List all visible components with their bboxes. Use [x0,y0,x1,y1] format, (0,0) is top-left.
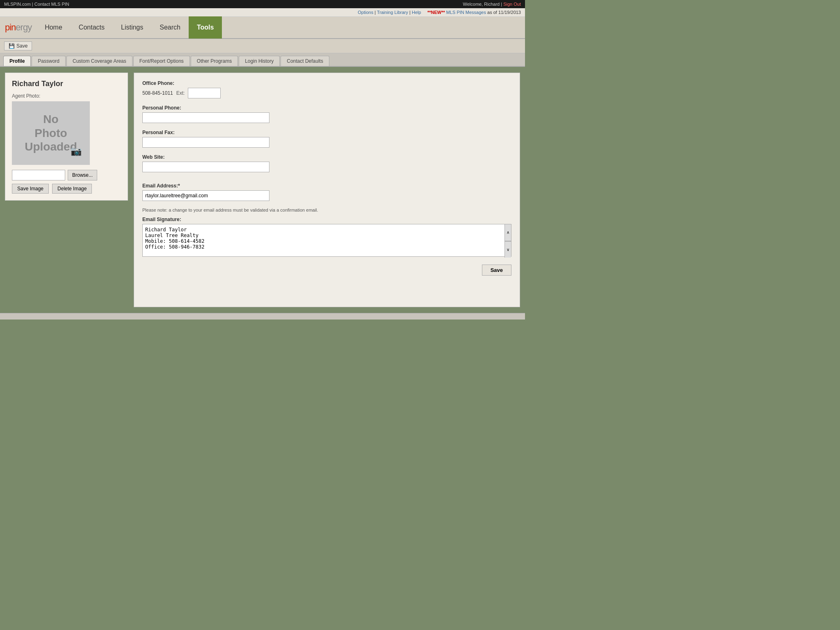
office-phone-group: Office Phone: 508-845-1011 Ext: [142,80,511,98]
signature-group: Email Signature: Richard Taylor Laurel T… [142,217,511,258]
welcome-text: Welcome, Richard | [463,2,504,7]
scroll-up-button[interactable]: ∧ [505,224,511,241]
personal-fax-label: Personal Fax: [142,130,511,135]
camera-icon: 📷 [71,146,82,157]
left-panel: Richard Taylor Agent Photo: No Photo Upl… [5,73,128,201]
tab-contact-defaults[interactable]: Contact Defaults [281,56,329,66]
email-group: Email Address:* [142,183,511,201]
ext-input[interactable] [188,88,221,98]
email-label: Email Address:* [142,183,511,189]
right-panel: Office Phone: 508-845-1011 Ext: Personal… [134,73,520,307]
website-input[interactable] [142,162,269,172]
tab-custom-coverage[interactable]: Custom Coverage Areas [66,56,132,66]
file-path-input[interactable] [12,170,65,180]
ext-label: Ext: [176,90,185,96]
personal-phone-group: Personal Phone: [142,105,511,123]
nav-tools[interactable]: Tools [189,16,222,39]
signature-textarea[interactable]: Richard Taylor Laurel Tree Realty Mobile… [142,224,511,257]
bottom-bar [0,313,525,320]
signature-container: Richard Taylor Laurel Tree Realty Mobile… [142,224,511,258]
options-link[interactable]: Options [358,10,373,15]
logo: pinergy [0,22,37,33]
toolbar: 💾 Save [0,39,525,53]
browse-button[interactable]: Browse... [68,170,97,180]
photo-placeholder: No Photo Uploaded 📷 [12,101,90,165]
office-phone-row: 508-845-1011 Ext: [142,88,511,98]
no-photo-line3: Uploaded [25,140,77,154]
image-buttons: Save Image Delete Image [12,184,121,194]
email-input[interactable] [142,190,269,201]
no-photo-line1: No [43,112,58,126]
office-phone-label: Office Phone: [142,80,511,86]
info-bar: Options | Training Library | Help **NEW*… [0,8,525,17]
save-image-button[interactable]: Save Image [12,184,49,194]
mlspin-link[interactable]: MLSPIN.com [4,2,31,7]
website-group: Web Site: [142,154,511,172]
nav-contacts[interactable]: Contacts [71,16,113,39]
nav-home[interactable]: Home [37,16,71,39]
office-phone-value: 508-845-1011 [142,90,173,96]
personal-fax-group: Personal Fax: [142,130,511,148]
file-browse-row: Browse... [12,170,121,180]
website-label: Web Site: [142,154,511,160]
agent-photo-label: Agent Photo: [12,93,121,99]
date-text: as of 11/19/2013 [487,10,521,15]
training-link[interactable]: Training Library [377,10,408,15]
top-bar-right: Welcome, Richard | Sign Out [463,2,521,7]
save-row: Save [142,265,511,276]
contact-link[interactable]: Contact MLS PIN [34,2,69,7]
signature-scroll-buttons: ∧ ∨ [504,224,511,258]
tab-profile[interactable]: Profile [3,56,31,66]
save-button[interactable]: Save [482,265,511,276]
scroll-down-button[interactable]: ∨ [505,241,511,258]
save-label: Save [16,43,27,49]
tab-other-programs[interactable]: Other Programs [191,56,238,66]
no-photo-line2: Photo [34,126,67,140]
personal-fax-input[interactable] [142,137,269,148]
tab-login-history[interactable]: Login History [239,56,280,66]
save-toolbar-button[interactable]: 💾 Save [4,41,32,50]
tab-font-report[interactable]: Font/Report Options [133,56,190,66]
email-note: Please note: a change to your email addr… [142,208,511,212]
personal-phone-label: Personal Phone: [142,105,511,111]
tabs-bar: Profile Password Custom Coverage Areas F… [0,53,525,67]
signout-link[interactable]: Sign Out [503,2,521,7]
delete-image-button[interactable]: Delete Image [52,184,92,194]
new-badge: **NEW** [427,10,445,15]
signature-label: Email Signature: [142,217,511,222]
help-link[interactable]: Help [412,10,421,15]
nav-listings[interactable]: Listings [113,16,151,39]
personal-phone-input[interactable] [142,112,269,123]
tab-password[interactable]: Password [32,56,66,66]
top-bar-left: MLSPIN.com | Contact MLS PIN [4,2,69,7]
top-bar: MLSPIN.com | Contact MLS PIN Welcome, Ri… [0,0,525,8]
mls-pin-messages-link[interactable]: MLS PIN Messages [446,10,486,15]
nav-search[interactable]: Search [151,16,189,39]
nav-bar: pinergy Home Contacts Listings Search To… [0,17,525,39]
agent-name: Richard Taylor [12,80,121,88]
save-icon: 💾 [9,43,15,49]
main-content: Richard Taylor Agent Photo: No Photo Upl… [0,67,525,313]
